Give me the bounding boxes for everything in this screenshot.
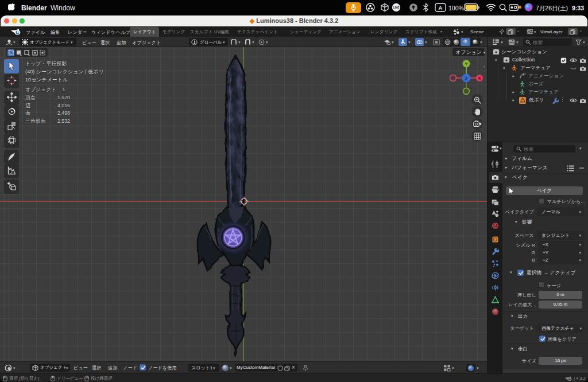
svg-text:Z: Z: [465, 76, 468, 81]
svg-text:Y: Y: [465, 61, 467, 67]
svg-text:LINE: LINE: [393, 6, 399, 9]
svg-text:X: X: [478, 76, 481, 81]
svg-text:A: A: [439, 5, 443, 11]
